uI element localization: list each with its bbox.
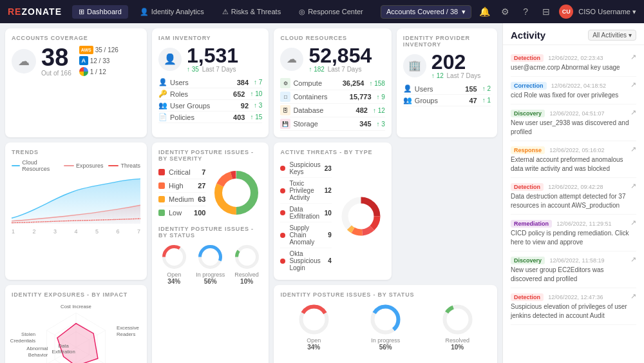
nav-risks-threats[interactable]: ⚠ Risks & Threats [216,5,287,19]
activity-time: 12/06/2022, 04:51:07 [549,110,604,117]
compute-icon: ⚙ [280,78,290,88]
cloud-row: 💾 Storage 345 ↑ 3 [280,117,384,131]
external-link-icon[interactable]: ↗ [630,292,636,300]
svg-text:Data: Data [58,342,69,348]
groups-icon: 👥 [158,101,167,110]
users-icon: 👤 [158,78,167,86]
gcp-logo [79,67,88,76]
brand-logo[interactable]: REZONATE [8,6,62,17]
svg-text:Credentials: Credentials [10,337,35,343]
cloud-resources-card: CLOUD RESOURCES ☁ 52,854 ↑ 182 Last 7 Da… [274,28,391,137]
activity-badge: Detection [511,54,544,62]
cloud-resources-icon: ☁ [280,48,303,71]
svg-text:Behavior: Behavior [28,352,48,358]
gcp-count: 1 / 12 [90,68,106,75]
response-icon: ◎ [299,8,305,16]
activity-time: 12/06/2022, 12:47:36 [548,294,603,300]
posture-status-right-title: IDENTITY POSTURE ISSUES - BY STATUS [280,291,491,298]
accounts-coverage-title: ACCOUNTS COVERAGE [12,35,140,41]
idp-number: 202 [431,52,481,72]
activity-text: cicd Role was fixed for over privileges [511,91,636,100]
cloud-resources-number: 52,854 [308,45,372,66]
activity-badge: Discovery [511,110,545,117]
grid-icon[interactable]: ⊟ [538,4,554,19]
activity-text: New user user_2938 was discovered and pr… [511,119,636,137]
external-link-icon[interactable]: ↗ [630,219,636,227]
accounts-coverage-card: ACCOUNTS COVERAGE ☁ 38 Out of 166 AWS 35… [5,28,147,137]
svg-text:Excessive: Excessive [117,325,139,331]
nav-identity-analytics[interactable]: 👤 Identity Analytics [133,5,211,19]
activity-badge: Response [511,146,545,154]
trends-card: TRENDS Cloud Resources Exposures Threats [5,142,147,280]
cloud-resources-title: CLOUD RESOURCES [280,35,384,41]
iam-number: 1,531 [187,45,238,66]
idp-row: 👤 Users 155 ↑ 2 [403,83,491,95]
threats-list: Suspicious Keys 23 Toxic Privilege Activ… [280,159,331,273]
external-link-icon[interactable]: ↗ [630,182,636,190]
roles-icon: 🔑 [158,90,167,98]
svg-text:Readers: Readers [117,331,135,337]
storage-icon: 💾 [280,119,290,129]
external-link-icon[interactable]: ↗ [630,81,636,89]
activity-panel: Activity All Activities ▾ Detection 12/0… [502,23,644,363]
analytics-icon: 👤 [140,8,149,16]
policies-icon: 📄 [158,113,167,121]
activity-title: Activity [511,30,545,41]
activity-item: Detection 12/06/2022, 09:42:28 ↗ Data de… [511,178,636,215]
settings-icon[interactable]: ⚙ [497,4,513,19]
gauge-open-left [160,242,189,271]
posture-status-right-card: IDENTITY POSTURE ISSUES - BY STATUS Open… [274,285,497,363]
external-link-icon[interactable]: ↗ [630,255,636,264]
dashboard-icon: ⊞ [79,8,84,16]
activity-time: 12/06/2022, 02:23:43 [548,55,603,61]
activity-text: Suspicious elevation of privileges of us… [511,302,636,320]
activity-item: Response 12/06/2022, 05:16:02 ↗ External… [511,141,636,178]
nav-response-center[interactable]: ◎ Response Center [292,5,370,19]
activity-item: Detection 12/06/2022, 02:23:43 ↗ user@ac… [511,49,636,77]
trends-chart [12,175,140,226]
gauge-open-right [296,302,332,337]
idp-inventory-card: IDENTITY PROVIDER INVENTORY 🏢 202 ↑ 12 L… [397,28,497,137]
user-avatar[interactable]: CU [559,5,573,19]
activity-item: Correction 12/06/2022, 04:18:52 ↗ cicd R… [511,77,636,104]
all-activities-button[interactable]: All Activities ▾ [588,30,636,41]
svg-text:Cost Increase: Cost Increase [61,304,91,309]
activity-item: Discovery 12/06/2022, 04:51:07 ↗ New use… [511,104,636,141]
svg-point-9 [236,247,257,268]
accounts-out-of: Out of 166 [41,70,71,77]
notifications-icon[interactable]: 🔔 [477,4,492,19]
iam-items-list: 👤 Users 384 ↑ 7 🔑 Roles 652 ↑ 10 👥 User … [158,77,262,123]
idp-icon: 🏢 [403,54,426,77]
external-link-icon[interactable]: ↗ [630,145,636,153]
help-icon[interactable]: ? [518,4,533,19]
activity-badge: Remediation [511,220,552,228]
iam-icon: 👤 [158,48,182,71]
accounts-covered-select[interactable]: Accounts Covered / 38 ▾ [381,5,471,19]
posture-severity-title: IDENTITY POSTURE ISSUES - BY SEVERITY [158,149,262,162]
cloud-row: 🗄 Database 482 ↑ 12 [280,104,384,117]
threats-donut [337,159,385,273]
gauge-resolved-right [440,302,475,337]
external-link-icon[interactable]: ↗ [630,108,636,117]
nav-dashboard[interactable]: ⊞ Dashboard [72,5,128,19]
activity-list: Detection 12/06/2022, 02:23:43 ↗ user@ac… [503,45,644,363]
external-link-icon[interactable]: ↗ [630,53,636,61]
top-nav: REZONATE ⊞ Dashboard 👤 Identity Analytic… [0,0,644,23]
accounts-icon: ☁ [12,49,36,74]
idp-groups-icon: 👥 [403,96,412,104]
activity-item: Detection 12/06/2022, 12:47:36 ↗ Suspici… [511,288,636,325]
activity-time: 12/06/2022, 11:58:19 [549,257,604,264]
risks-icon: ⚠ [222,8,229,16]
activity-time: 12/06/2022, 09:42:28 [548,184,603,190]
posture-severity-card: IDENTITY POSTURE ISSUES - BY SEVERITY Cr… [152,142,269,363]
activity-badge: Detection [511,293,544,301]
identity-exposures-card: IDENTITY EXPOSURES - BY IMPACT [5,285,147,363]
activity-item: Remediation 12/06/2022, 11:29:51 ↗ CICD … [511,215,636,251]
posture-status-left: IDENTITY POSTURE ISSUES - BY STATUS Open… [158,226,262,285]
activity-text: user@acme.corp Abnormal key usage [511,63,636,72]
aws-logo: AWS [79,46,93,54]
gauge-resolved-left [232,242,261,271]
user-name[interactable]: CISO Username ▾ [578,8,636,16]
activity-header: Activity All Activities ▾ [503,23,644,45]
svg-text:Exfiltration: Exfiltration [52,349,75,355]
